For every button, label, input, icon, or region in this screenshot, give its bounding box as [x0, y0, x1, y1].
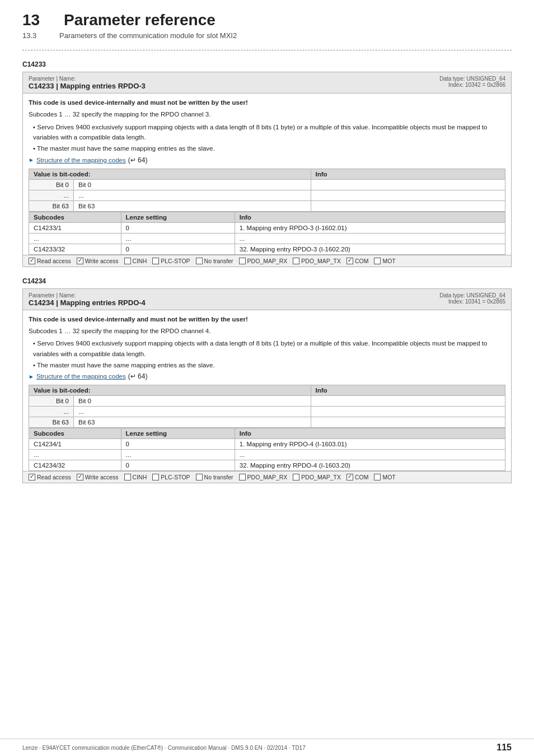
access-no-transfer-checkbox: [196, 258, 203, 264]
access-mot2: MOT: [374, 474, 395, 480]
access-plc-stop2-checkbox: [152, 474, 159, 480]
table-row: Bit 0 Bit 0: [29, 179, 505, 190]
c14234-param-label: Parameter | Name:: [29, 292, 146, 298]
access-read-checkbox: [29, 258, 35, 264]
c14234-name-group: Parameter | Name: C14234 | Mapping entri…: [29, 292, 146, 307]
c14234-block: Parameter | Name: C14234 | Mapping entri…: [22, 288, 512, 484]
access-com-checkbox: [346, 258, 353, 264]
table-row: ... ... ...: [29, 233, 505, 244]
c14233-block: Parameter | Name: C14233 | Mapping entri…: [22, 72, 512, 267]
c14234-desc-bold: This code is used device-internally and …: [29, 315, 505, 324]
access-no-transfer2-checkbox: [196, 474, 203, 480]
c14233-bullet2: • The master must have the same mapping …: [33, 143, 505, 153]
access-pdo-map-rx-checkbox: [239, 258, 246, 264]
footer: Lenze · E94AYCET communication module (E…: [0, 739, 534, 756]
access-pdo-map-rx2: PDO_MAP_RX: [239, 474, 288, 480]
access-mot2-checkbox: [374, 474, 381, 480]
subcode-header2: Lenze setting: [121, 428, 235, 439]
section-number: 13.3: [22, 31, 50, 40]
c14234-data-type: Data type: UNSIGNED_64 Index: 10341 = 0x…: [439, 292, 505, 305]
c14233-desc-bold: This code is used device-internally and …: [29, 98, 505, 108]
subcode-header1: Subcodes: [29, 428, 121, 439]
c14234-param-name: C14234 | Mapping entries RPDO-4: [29, 298, 146, 307]
access-no-transfer: No transfer: [196, 258, 233, 264]
c14233-param-name: C14233 | Mapping entries RPDO-3: [29, 82, 146, 90]
table-row: ... ...: [29, 407, 505, 417]
access-mot-checkbox: [374, 258, 381, 264]
c14234-bit-table: Value is bit-coded: Info Bit 0 Bit 0 ...…: [29, 385, 505, 428]
access-plc-stop: PLC-STOP: [152, 258, 190, 264]
access-com2-checkbox: [346, 474, 353, 480]
c14234-header: Parameter | Name: C14234 | Mapping entri…: [23, 289, 511, 310]
subcode-header3: Info: [235, 212, 505, 222]
c14233-bit-header2: Info: [311, 169, 505, 179]
c14233-body: This code is used device-internally and …: [23, 94, 511, 255]
c14234-desc-line1: Subcodes 1 … 32 specify the mapping for …: [29, 326, 505, 336]
table-row: C14233/32 0 32. Mapping entry RPDO-3 (I-…: [29, 244, 505, 254]
access-pdo-map-rx: PDO_MAP_RX: [239, 258, 288, 264]
c14233-bit-table: Value is bit-coded: Info Bit 0 Bit 0 ...…: [29, 169, 505, 212]
c14233-header: Parameter | Name: C14233 | Mapping entri…: [23, 72, 511, 94]
subcode-header3: Info: [235, 428, 505, 439]
access-com: COM: [346, 258, 369, 264]
page-header: 13 Parameter reference: [22, 11, 512, 29]
access-pdo-map-tx2-checkbox: [293, 474, 299, 480]
c14233-label: C14233: [22, 60, 512, 68]
page-number: 115: [496, 743, 512, 753]
access-plc-stop2: PLC-STOP: [152, 474, 190, 480]
access-no-transfer2: No transfer: [196, 474, 233, 480]
section-header: 13.3 Parameters of the communication mod…: [22, 31, 512, 40]
c14233-link[interactable]: Structure of the mapping codes: [36, 157, 126, 164]
access-plc-stop-checkbox: [152, 258, 159, 264]
table-row: C14233/1 0 1. Mapping entry RPDO-3 (I-16…: [29, 222, 505, 233]
chapter-title: Parameter reference: [64, 11, 216, 29]
bit-label: Bit 0: [29, 179, 74, 190]
c14234-bullet1: • Servo Drives 9400 exclusively support …: [33, 338, 505, 359]
table-row: C14234/32 0 32. Mapping entry RPDO-4 (I-…: [29, 460, 505, 471]
access-write-checkbox: [77, 258, 83, 264]
subcode-header1: Subcodes: [29, 212, 121, 222]
c14233-desc-line1: Subcodes 1 … 32 specify the mapping for …: [29, 110, 505, 119]
table-row: Bit 0 Bit 0: [29, 396, 505, 407]
access-read: Read access: [29, 258, 71, 264]
access-mot: MOT: [374, 258, 395, 264]
table-row: ... ... ...: [29, 450, 505, 460]
c14233-bit-header1: Value is bit-coded:: [29, 169, 311, 179]
c14234-bit-header1: Value is bit-coded:: [29, 385, 311, 396]
access-write2-checkbox: [77, 474, 83, 480]
subcode-header2: Lenze setting: [121, 212, 235, 222]
section-title: Parameters of the communication module f…: [59, 31, 237, 40]
c14234-link[interactable]: Structure of the mapping codes: [36, 373, 126, 380]
access-pdo-map-tx2: PDO_MAP_TX: [293, 474, 341, 480]
access-pdo-map-tx: PDO_MAP_TX: [293, 258, 341, 264]
table-row: C14234/1 0 1. Mapping entry RPDO-4 (I-16…: [29, 439, 505, 450]
section-divider: [22, 50, 512, 50]
access-cinh: CINH: [124, 258, 147, 264]
access-com2: COM: [346, 474, 369, 480]
c14233-bullet1: • Servo Drives 9400 exclusively support …: [33, 122, 505, 143]
footer-text: Lenze · E94AYCET communication module (E…: [22, 745, 306, 751]
access-write: Write access: [77, 258, 119, 264]
c14234-bit-header2: Info: [311, 385, 505, 396]
access-read2: Read access: [29, 474, 71, 480]
access-read2-checkbox: [29, 474, 35, 480]
c14234-subcode-table: Subcodes Lenze setting Info C14234/1 0 1…: [29, 428, 505, 471]
access-cinh-checkbox: [124, 258, 131, 264]
access-pdo-map-rx2-checkbox: [239, 474, 246, 480]
chapter-number: 13: [22, 11, 50, 29]
c14234-link-row: ► Structure of the mapping codes (↵ 64): [29, 372, 505, 380]
access-pdo-map-tx-checkbox: [293, 258, 299, 264]
access-write2: Write access: [77, 474, 119, 480]
c14233-param-label: Parameter | Name:: [29, 76, 146, 82]
c14234-link-suffix: (↵ 64): [128, 372, 148, 380]
c14233-name-group: Parameter | Name: C14233 | Mapping entri…: [29, 76, 146, 90]
c14233-data-type: Data type: UNSIGNED_64 Index: 10342 = 0x…: [439, 76, 505, 88]
table-row: Bit 63 Bit 63: [29, 417, 505, 428]
c14234-access-bar: Read access Write access CINH PLC-STOP N…: [23, 471, 511, 483]
c14234-bullet2: • The master must have the same mapping …: [33, 360, 505, 370]
c14234-link-arrow: ►: [29, 374, 34, 380]
c14233-link-suffix: (↵ 64): [128, 156, 148, 164]
c14233-link-arrow: ►: [29, 157, 34, 163]
c14233-link-row: ► Structure of the mapping codes (↵ 64): [29, 156, 505, 164]
c14233-access-bar: Read access Write access CINH PLC-STOP N…: [23, 255, 511, 267]
